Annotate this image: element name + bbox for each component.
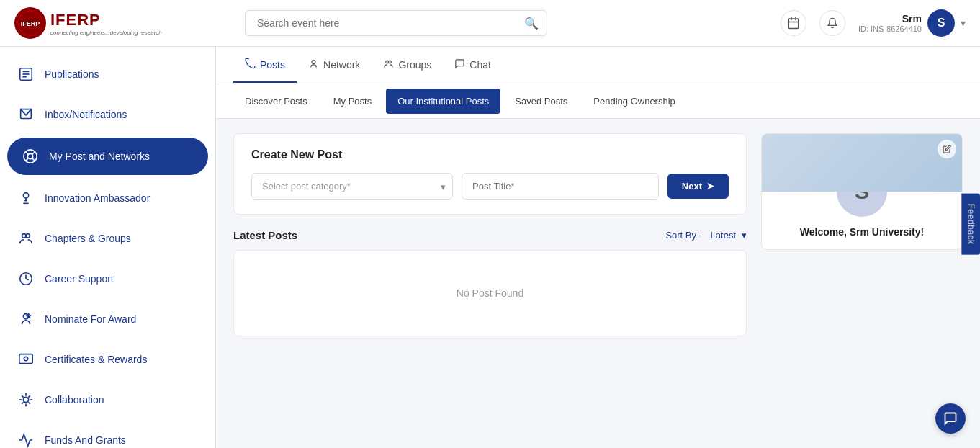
tab-chat[interactable]: Chat: [443, 48, 503, 83]
sidebar-label: My Post and Networks: [49, 151, 150, 162]
funds-icon: [16, 430, 36, 448]
svg-point-22: [24, 357, 28, 361]
svg-point-17: [22, 234, 27, 238]
content-area: Create New Post Select post category* ▾ …: [216, 119, 980, 351]
profile-card: S Welcome, Srm University!: [761, 133, 963, 250]
category-select-wrap[interactable]: Select post category* ▾: [251, 173, 453, 200]
search-icon: 🔍: [524, 17, 539, 30]
svg-line-14: [32, 152, 35, 155]
send-icon: ➤: [706, 181, 714, 192]
posts-list: No Post Found: [233, 250, 747, 336]
edit-profile-button[interactable]: [938, 140, 956, 158]
svg-text:IFERP: IFERP: [21, 20, 40, 27]
sub-tab-pending[interactable]: Pending Ownership: [582, 89, 686, 114]
sidebar-item-innovation[interactable]: Innovation Ambassador: [0, 178, 215, 218]
latest-posts-header: Latest Posts Sort By - Latest ▾: [233, 229, 747, 241]
sidebar: Publications Inbox/Notifications My Post…: [0, 47, 216, 448]
sidebar-item-my-post[interactable]: My Post and Networks: [7, 138, 208, 175]
mypost-icon: [20, 146, 40, 166]
profile-banner: [762, 134, 962, 192]
sidebar-label: Collaboration: [45, 394, 104, 406]
sub-tab-institutional[interactable]: Our Institutional Posts: [386, 89, 500, 114]
svg-point-16: [23, 193, 28, 198]
publications-icon: [16, 64, 36, 84]
network-tab-icon: [308, 58, 319, 71]
sidebar-label: Chapters & Groups: [45, 233, 131, 244]
sub-tab-my-posts[interactable]: My Posts: [322, 89, 383, 114]
svg-point-25: [23, 397, 28, 402]
collaboration-icon: [16, 390, 36, 410]
feedback-tab[interactable]: Feedback: [962, 194, 980, 255]
tab-posts[interactable]: Posts: [233, 48, 297, 83]
logo-text: IFERP connecting engineers...developing …: [50, 11, 162, 36]
user-info[interactable]: Srm ID: INS-86264410 S ▾: [858, 9, 966, 37]
header-actions: Srm ID: INS-86264410 S ▾: [781, 9, 966, 37]
next-button[interactable]: Next ➤: [667, 174, 729, 199]
svg-point-18: [26, 234, 30, 238]
nominate-icon: [16, 309, 36, 329]
create-post-row: Select post category* ▾ Next ➤: [251, 173, 729, 200]
sidebar-item-nominate[interactable]: Nominate For Award: [0, 299, 215, 339]
category-select[interactable]: Select post category*: [251, 173, 453, 200]
tab-groups[interactable]: Groups: [372, 48, 443, 83]
sub-tab-discover[interactable]: Discover Posts: [233, 89, 319, 114]
notifications-button[interactable]: [819, 10, 845, 36]
latest-posts-title: Latest Posts: [233, 229, 297, 241]
sort-chevron-icon: ▾: [742, 230, 747, 241]
search-input[interactable]: [245, 10, 547, 36]
certificates-icon: [16, 349, 36, 369]
chat-tab-icon: [454, 58, 465, 71]
sidebar-item-publications[interactable]: Publications: [0, 54, 215, 94]
sidebar-label: Certificates & Rewards: [45, 354, 147, 365]
posts-tab-icon: [245, 58, 256, 71]
sidebar-item-chapters[interactable]: Chapters & Groups: [0, 218, 215, 259]
chapters-icon: [16, 228, 36, 248]
sidebar-item-certificates[interactable]: Certificates & Rewards: [0, 339, 215, 380]
chat-bubble-button[interactable]: [935, 403, 966, 434]
tab-groups-label: Groups: [398, 59, 431, 71]
svg-point-28: [389, 61, 392, 63]
right-panel: S Welcome, Srm University!: [761, 133, 963, 336]
sidebar-item-funds[interactable]: Funds And Grants: [0, 420, 215, 448]
sidebar-label: Publications: [45, 68, 99, 80]
posts-section: Create New Post Select post category* ▾ …: [233, 133, 747, 336]
logo-area: IFERP IFERP connecting engineers...devel…: [14, 7, 230, 39]
sidebar-label: Funds And Grants: [45, 434, 126, 446]
sort-by-control[interactable]: Sort By - Latest ▾: [665, 230, 747, 241]
tab-network[interactable]: Network: [297, 48, 372, 83]
svg-point-26: [312, 60, 315, 63]
svg-point-11: [27, 153, 32, 158]
tab-posts-label: Posts: [260, 59, 285, 71]
sidebar-label: Career Support: [45, 273, 114, 285]
create-post-title: Create New Post: [251, 148, 729, 161]
inbox-icon: [16, 104, 36, 125]
sub-tab-saved[interactable]: Saved Posts: [503, 89, 579, 114]
svg-line-15: [26, 158, 29, 161]
main-tabs-bar: Posts Network Groups Chat: [216, 47, 980, 84]
sub-tabs-bar: Discover Posts My Posts Our Institutiona…: [216, 84, 980, 119]
innovation-icon: [16, 188, 36, 208]
sidebar-label: Inbox/Notifications: [45, 109, 127, 120]
sort-value: Latest: [711, 230, 736, 241]
search-bar[interactable]: 🔍: [245, 10, 547, 36]
svg-line-13: [32, 158, 35, 161]
calendar-button[interactable]: [781, 10, 806, 36]
sidebar-item-career[interactable]: Career Support: [0, 259, 215, 299]
career-icon: [16, 269, 36, 289]
profile-welcome: Welcome, Srm University!: [762, 219, 962, 249]
avatar: S: [927, 9, 955, 37]
no-post-text: No Post Found: [457, 287, 523, 299]
svg-rect-21: [19, 354, 32, 364]
svg-rect-2: [788, 19, 799, 29]
sidebar-item-inbox[interactable]: Inbox/Notifications: [0, 94, 215, 135]
groups-tab-icon: [383, 58, 394, 71]
tab-network-label: Network: [323, 59, 360, 71]
tab-chat-label: Chat: [469, 59, 491, 71]
logo-icon: IFERP: [14, 7, 46, 39]
post-title-input[interactable]: [462, 173, 659, 200]
create-post-box: Create New Post Select post category* ▾ …: [233, 133, 747, 215]
main-content: Posts Network Groups Chat: [216, 47, 980, 448]
header: IFERP IFERP connecting engineers...devel…: [0, 0, 980, 47]
sidebar-item-collaboration[interactable]: Collaboration: [0, 380, 215, 420]
chevron-down-icon: ▾: [961, 17, 966, 29]
